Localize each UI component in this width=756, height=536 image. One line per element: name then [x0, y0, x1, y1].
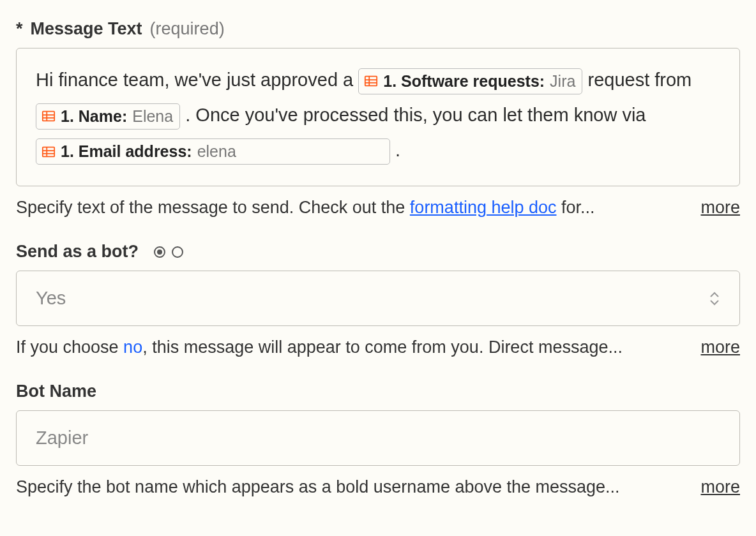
svg-rect-0	[365, 77, 377, 86]
radio-option-selected[interactable]	[154, 246, 165, 258]
message-text-label-row: * Message Text (required)	[16, 19, 740, 39]
bot-name-field: Bot Name Zapier Specify the bot name whi…	[16, 382, 740, 497]
help-text-prefix: If you choose	[16, 338, 123, 357]
message-text-field: * Message Text (required) Hi finance tea…	[16, 19, 740, 218]
message-segment: request from	[587, 70, 692, 90]
table-icon	[42, 109, 56, 123]
more-link[interactable]: more	[700, 477, 740, 497]
token-software-requests[interactable]: 1. Software requests: Jira	[358, 68, 582, 94]
radio-option[interactable]	[172, 246, 183, 258]
required-hint: (required)	[150, 19, 225, 39]
bot-name-input[interactable]: Zapier	[16, 410, 740, 466]
bot-name-help-row: Specify the bot name which appears as a …	[16, 477, 740, 497]
token-label: 1. Software requests:	[383, 70, 545, 93]
bot-name-label: Bot Name	[16, 382, 96, 401]
no-link[interactable]: no	[123, 338, 142, 357]
chevron-up-down-icon	[709, 292, 720, 306]
token-name[interactable]: 1. Name: Elena	[36, 103, 180, 130]
help-text-suffix: for...	[557, 198, 595, 217]
message-text-help: Specify text of the message to send. Che…	[16, 198, 688, 218]
token-email[interactable]: 1. Email address: elena	[36, 138, 390, 165]
send-as-bot-label: Send as a bot?	[16, 242, 139, 262]
message-text-label: Message Text	[31, 19, 142, 39]
more-link[interactable]: more	[700, 338, 740, 357]
token-label: 1. Email address:	[61, 140, 192, 163]
send-as-bot-help: If you choose no, this message will appe…	[16, 338, 688, 357]
token-value: elena	[197, 140, 236, 163]
send-as-bot-label-row: Send as a bot?	[16, 242, 740, 262]
bot-name-placeholder: Zapier	[36, 428, 88, 448]
select-value: Yes	[36, 288, 66, 309]
bot-name-label-row: Bot Name	[16, 382, 740, 401]
more-link[interactable]: more	[700, 198, 740, 218]
formatting-help-link[interactable]: formatting help doc	[410, 198, 557, 217]
token-value: Elena	[132, 105, 173, 128]
message-segment: . Once you've processed this, you can le…	[185, 105, 646, 125]
required-star: *	[16, 19, 23, 39]
help-text-suffix: , this message will appear to come from …	[142, 338, 623, 357]
message-segment: .	[395, 140, 400, 160]
svg-rect-8	[43, 147, 54, 156]
message-segment: Hi finance team, we've just approved a	[36, 70, 358, 90]
table-icon	[364, 74, 378, 88]
table-icon	[42, 145, 56, 159]
send-as-bot-field: Send as a bot? Yes If you choose no, thi…	[16, 242, 740, 357]
help-text-prefix: Specify text of the message to send. Che…	[16, 198, 410, 217]
send-as-bot-select[interactable]: Yes	[16, 271, 740, 326]
token-value: Jira	[550, 70, 575, 93]
message-text-help-row: Specify text of the message to send. Che…	[16, 198, 740, 218]
message-text-input[interactable]: Hi finance team, we've just approved a 1…	[16, 48, 740, 186]
send-as-bot-help-row: If you choose no, this message will appe…	[16, 338, 740, 357]
svg-rect-4	[43, 112, 54, 121]
bot-name-help: Specify the bot name which appears as a …	[16, 477, 688, 497]
radio-group	[154, 246, 183, 258]
token-label: 1. Name:	[61, 105, 127, 128]
